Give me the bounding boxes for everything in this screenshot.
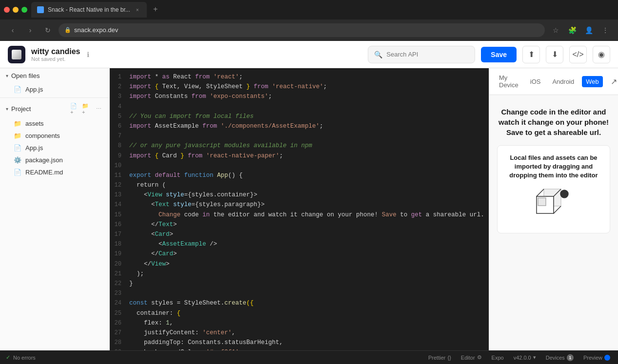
code-button[interactable]: </> bbox=[569, 46, 587, 63]
save-button[interactable]: Save bbox=[481, 47, 517, 62]
logo-inner bbox=[12, 50, 21, 59]
bookmark-icon[interactable]: ☆ bbox=[549, 23, 562, 37]
tab-ios[interactable]: iOS bbox=[526, 76, 545, 87]
line-content[interactable]: <View style={styles.container}> bbox=[129, 190, 489, 200]
devices-label: Devices bbox=[546, 355, 565, 361]
line-content[interactable]: <AssetExample /> bbox=[129, 239, 489, 249]
code-line: 20 </View> bbox=[110, 259, 489, 269]
sidebar-item-assets[interactable]: 📁 assets bbox=[0, 117, 109, 130]
preview-panel: My DeviceiOSAndroidWeb↗ Change code in t… bbox=[489, 68, 618, 350]
line-content[interactable]: import * as React from 'react'; bbox=[129, 72, 489, 82]
line-content[interactable] bbox=[129, 102, 489, 112]
line-number: 15 bbox=[110, 211, 129, 220]
add-file-button[interactable]: 📄+ bbox=[70, 104, 80, 114]
share-button[interactable]: ⬆ bbox=[522, 46, 540, 63]
prettier-button[interactable]: Prettier {} bbox=[426, 354, 453, 362]
tab-my-device[interactable]: My Device bbox=[495, 72, 522, 91]
tab-web[interactable]: Web bbox=[582, 76, 603, 87]
line-content[interactable]: // You can import from local files bbox=[129, 112, 489, 121]
sidebar-item-package-json[interactable]: ⚙️ package.json bbox=[0, 154, 109, 166]
preview-button[interactable]: Preview bbox=[581, 354, 612, 362]
menu-icon[interactable]: ⋮ bbox=[598, 23, 612, 37]
line-number: 28 bbox=[110, 338, 129, 347]
search-bar[interactable]: 🔍 bbox=[368, 46, 475, 63]
line-content[interactable]: </Text> bbox=[129, 220, 489, 230]
code-line: 2import { Text, View, StyleSheet } from … bbox=[110, 82, 489, 92]
user-profile-button[interactable]: ◉ bbox=[593, 46, 610, 63]
line-number: 24 bbox=[110, 299, 129, 308]
code-editor[interactable]: 1import * as React from 'react';2import … bbox=[110, 68, 489, 350]
line-content[interactable]: container: { bbox=[129, 308, 489, 318]
line-number: 2 bbox=[110, 82, 129, 92]
line-content[interactable]: import { Card } from 'react-native-paper… bbox=[129, 151, 489, 161]
new-tab-button[interactable]: + bbox=[149, 2, 162, 16]
forward-button[interactable]: › bbox=[23, 23, 37, 37]
line-content[interactable]: const styles = StyleSheet.create({ bbox=[129, 298, 489, 308]
line-content[interactable]: ); bbox=[129, 269, 489, 279]
line-content[interactable]: justifyContent: 'center', bbox=[129, 328, 489, 338]
version-selector[interactable]: v42.0.0 ▾ bbox=[512, 353, 538, 362]
traffic-lights bbox=[0, 7, 31, 13]
folder-icon: 📁 bbox=[14, 120, 21, 127]
sidebar-item-readme[interactable]: 📄 README.md bbox=[0, 166, 109, 178]
expo-button[interactable]: Expo bbox=[490, 354, 506, 362]
line-content[interactable] bbox=[129, 161, 489, 171]
line-content[interactable]: </View> bbox=[129, 259, 489, 269]
profile-icon[interactable]: 👤 bbox=[582, 23, 596, 37]
search-icon: 🔍 bbox=[374, 51, 382, 58]
line-number: 3 bbox=[110, 92, 129, 101]
app-content: witty candies Not saved yet. ℹ 🔍 Save ⬆ … bbox=[0, 41, 618, 364]
line-content[interactable]: </Card> bbox=[129, 249, 489, 259]
reload-button[interactable]: ↻ bbox=[41, 23, 55, 37]
line-content[interactable]: <Card> bbox=[129, 230, 489, 239]
prettier-label: Prettier bbox=[428, 355, 445, 361]
back-button[interactable]: ‹ bbox=[6, 23, 20, 37]
minimize-window-button[interactable] bbox=[13, 7, 19, 13]
project-header[interactable]: ▾ Project 📄+ 📁+ ⋯ bbox=[0, 100, 109, 117]
devices-button[interactable]: Devices 1 bbox=[544, 353, 576, 362]
sidebar-item-app-js-open[interactable]: 📄 App.js bbox=[0, 83, 109, 96]
line-content[interactable]: flex: 1, bbox=[129, 318, 489, 328]
url-bar[interactable]: 🔒 snack.expo.dev bbox=[59, 23, 545, 37]
maximize-window-button[interactable] bbox=[21, 7, 27, 13]
line-content[interactable]: import Constants from 'expo-constants'; bbox=[129, 92, 489, 101]
project-menu-button[interactable]: ⋯ bbox=[94, 104, 103, 114]
line-content[interactable]: import { Text, View, StyleSheet } from '… bbox=[129, 82, 489, 92]
download-button[interactable]: ⬇ bbox=[546, 46, 563, 63]
code-line: 22} bbox=[110, 279, 489, 288]
line-content[interactable] bbox=[129, 131, 489, 141]
line-content[interactable]: import AssetExample from './components/A… bbox=[129, 121, 489, 131]
open-files-header[interactable]: ▾ Open files bbox=[0, 68, 109, 83]
add-folder-button[interactable]: 📁+ bbox=[82, 104, 92, 114]
line-content[interactable]: <Text style={styles.paragraph}> bbox=[129, 200, 489, 210]
extensions-icon[interactable]: 🧩 bbox=[565, 23, 579, 37]
close-window-button[interactable] bbox=[4, 7, 10, 13]
sidebar-item-label: README.md bbox=[25, 169, 63, 176]
tab-title: Snack - React Native in the br... bbox=[48, 6, 130, 13]
code-line: 15 Change code in the editor and watch i… bbox=[110, 210, 489, 220]
code-line: 19 </Card> bbox=[110, 249, 489, 259]
line-content[interactable]: } bbox=[129, 279, 489, 288]
code-line: 16 </Text> bbox=[110, 220, 489, 230]
tab-android[interactable]: Android bbox=[548, 76, 578, 87]
editor-button[interactable]: Editor ⚙ bbox=[459, 353, 484, 362]
main-area: ▾ Open files 📄 App.js ▾ Project bbox=[0, 68, 618, 350]
line-content[interactable] bbox=[129, 288, 489, 298]
line-number: 26 bbox=[110, 319, 129, 328]
line-content[interactable]: export default function App() { bbox=[129, 171, 489, 180]
open-external-icon[interactable]: ↗ bbox=[611, 77, 617, 86]
search-input[interactable] bbox=[386, 51, 469, 58]
tab-favicon bbox=[37, 6, 44, 13]
code-line: 9import { Card } from 'react-native-pape… bbox=[110, 151, 489, 161]
sidebar-item-components[interactable]: 📁 components bbox=[0, 130, 109, 142]
url-text: snack.expo.dev bbox=[74, 26, 118, 34]
line-content[interactable]: return ( bbox=[129, 180, 489, 190]
line-content[interactable]: paddingTop: Constants.statusBarHeight, bbox=[129, 338, 489, 347]
info-icon[interactable]: ℹ bbox=[87, 51, 89, 58]
sidebar-item-app-js[interactable]: 📄 App.js bbox=[0, 142, 109, 154]
browser-tab-active[interactable]: Snack - React Native in the br... × bbox=[31, 2, 147, 18]
line-number: 27 bbox=[110, 328, 129, 338]
line-content[interactable]: Change code in the editor and watch it c… bbox=[129, 210, 489, 220]
line-content[interactable]: // or any pure javascript modules availa… bbox=[129, 141, 489, 151]
tab-close-button[interactable]: × bbox=[134, 6, 141, 13]
